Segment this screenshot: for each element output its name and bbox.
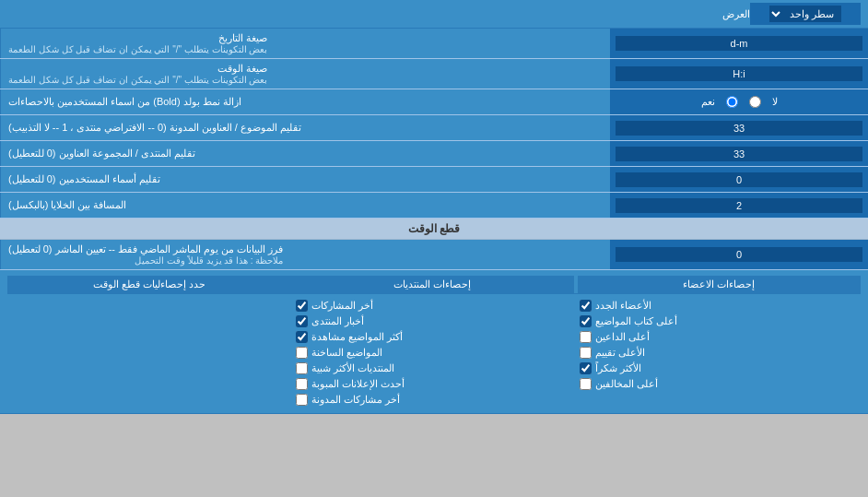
top-rated-checkbox[interactable] bbox=[580, 347, 592, 359]
cutoff-input-cell[interactable] bbox=[610, 240, 868, 269]
last-posts-label: أخر المشاركات bbox=[311, 300, 373, 312]
time-format-row: صيغة الوقت بعض التكوينات يتطلب "/" التي … bbox=[0, 59, 868, 89]
cell-spacing-input-cell[interactable] bbox=[610, 193, 868, 218]
top-violators-checkbox[interactable] bbox=[580, 378, 592, 390]
topic-titles-input-cell[interactable] bbox=[610, 115, 868, 140]
date-format-input-cell[interactable] bbox=[610, 29, 868, 58]
checkboxes-grid: الأعضاء الجدد أعلى كتاب المواضيع أعلى ال… bbox=[7, 298, 861, 408]
top-inviters-checkbox[interactable] bbox=[580, 331, 592, 343]
checkboxes-section: إحصاءات الاعضاء إحصاءات المنتديات حدد إح… bbox=[0, 270, 868, 414]
cutoff-row: فرز البيانات من يوم الماشر الماضي فقط --… bbox=[0, 240, 868, 270]
forum-titles-label: تقليم المنتدى / المجموعة العناوين (0 للت… bbox=[0, 141, 610, 166]
forum-titles-row: تقليم المنتدى / المجموعة العناوين (0 للت… bbox=[0, 141, 868, 167]
topic-titles-input[interactable] bbox=[616, 121, 862, 136]
hot-topics-label: المواضيع الساخنة bbox=[311, 347, 382, 359]
stats-limit-header: حدد إحصاءليات قطع الوقت bbox=[7, 276, 290, 293]
forum-titles-input[interactable] bbox=[616, 147, 862, 161]
cutoff-input[interactable] bbox=[616, 247, 862, 262]
last-blog-posts-checkbox[interactable] bbox=[296, 394, 308, 406]
top-label: العرض bbox=[7, 8, 750, 20]
checkbox-item: أحدث الإعلانات المبوبة bbox=[296, 376, 573, 392]
display-dropdown[interactable]: سطر واحدسطرينثلاثة أسطر bbox=[769, 6, 841, 22]
topic-titles-label: تقليم الموضوع / العناوين المدونة (0 -- ا… bbox=[0, 115, 610, 140]
time-format-input-cell[interactable] bbox=[610, 59, 868, 89]
most-thanks-checkbox[interactable] bbox=[580, 362, 592, 374]
checkbox-item: المواضيع الساخنة bbox=[296, 345, 573, 361]
checkbox-item: الأكثر شكراً bbox=[580, 361, 857, 376]
time-format-input[interactable] bbox=[616, 66, 862, 81]
bold-no-label: لا bbox=[772, 96, 778, 108]
usernames-input[interactable] bbox=[616, 172, 862, 187]
checkbox-item: أكثر المواضيع مشاهدة bbox=[296, 329, 573, 345]
stats-limit-column bbox=[7, 298, 292, 408]
bold-no-radio[interactable] bbox=[749, 96, 761, 108]
top-topic-writers-label: أعلى كتاب المواضيع bbox=[595, 315, 677, 327]
usernames-row: تقليم أسماء المستخدمين (0 للتعطيل) bbox=[0, 167, 868, 193]
top-rated-label: الأعلى تقييم bbox=[595, 347, 645, 359]
checkbox-item: أخر المشاركات bbox=[296, 298, 573, 314]
usernames-input-cell[interactable] bbox=[610, 167, 868, 192]
forum-stats-column: أخر المشاركات أخبار المنتدى أكثر المواضي… bbox=[292, 298, 577, 408]
col2-header: إحصاءات الاعضاء bbox=[578, 276, 861, 293]
cutoff-label: فرز البيانات من يوم الماشر الماضي فقط --… bbox=[0, 240, 610, 269]
cell-spacing-input[interactable] bbox=[616, 198, 862, 213]
forum-news-checkbox[interactable] bbox=[296, 315, 308, 327]
last-posts-checkbox[interactable] bbox=[296, 300, 308, 312]
forum-news-label: أخبار المنتدى bbox=[311, 315, 364, 327]
topic-titles-row: تقليم الموضوع / العناوين المدونة (0 -- ا… bbox=[0, 115, 868, 141]
hot-topics-checkbox[interactable] bbox=[296, 347, 308, 359]
cutoff-section-header: قطع الوقت bbox=[0, 219, 868, 240]
checkbox-item: الأعضاء الجدد bbox=[580, 298, 857, 314]
top-violators-label: أعلى المخالفين bbox=[595, 378, 658, 390]
most-similar-forums-label: المنتديات الأكثر شبية bbox=[311, 362, 394, 374]
top-topic-writers-checkbox[interactable] bbox=[580, 315, 592, 327]
bold-remove-row: لا نعم ازالة نمط بولد (Bold) من اسماء ال… bbox=[0, 89, 868, 115]
cell-spacing-row: المسافة بين الخلايا (بالبكسل) bbox=[0, 193, 868, 219]
bold-remove-radio-cell: لا نعم bbox=[610, 89, 868, 114]
latest-classifieds-label: أحدث الإعلانات المبوبة bbox=[311, 378, 405, 390]
most-thanks-label: الأكثر شكراً bbox=[595, 362, 641, 374]
checkbox-item: أعلى كتاب المواضيع bbox=[580, 314, 857, 329]
checkbox-item: الأعلى تقييم bbox=[580, 345, 857, 361]
cell-spacing-label: المسافة بين الخلايا (بالبكسل) bbox=[0, 193, 610, 218]
date-format-input[interactable] bbox=[616, 36, 862, 51]
forum-titles-input-cell[interactable] bbox=[610, 141, 868, 166]
members-stats-column: الأعضاء الجدد أعلى كتاب المواضيع أعلى ال… bbox=[576, 298, 861, 408]
col1-header: إحصاءات المنتديات bbox=[290, 276, 573, 293]
top-row: سطر واحدسطرينثلاثة أسطر العرض bbox=[0, 0, 868, 29]
checkbox-item: أخر مشاركات المدونة bbox=[296, 392, 573, 408]
top-inviters-label: أعلى الداعين bbox=[595, 331, 650, 343]
bold-yes-label: نعم bbox=[701, 96, 715, 108]
checkbox-item: أخبار المنتدى bbox=[296, 314, 573, 329]
main-container: سطر واحدسطرينثلاثة أسطر العرض صيغة التار… bbox=[0, 0, 868, 414]
checkbox-item: أعلى الداعين bbox=[580, 329, 857, 345]
display-dropdown-cell[interactable]: سطر واحدسطرينثلاثة أسطر bbox=[750, 3, 861, 25]
time-format-label: صيغة الوقت بعض التكوينات يتطلب "/" التي … bbox=[0, 59, 610, 89]
usernames-label: تقليم أسماء المستخدمين (0 للتعطيل) bbox=[0, 167, 610, 192]
latest-classifieds-checkbox[interactable] bbox=[296, 378, 308, 390]
bold-remove-label: ازالة نمط بولد (Bold) من اسماء المستخدمي… bbox=[0, 89, 610, 114]
date-format-label: صيغة التاريخ بعض التكوينات يتطلب "/" الت… bbox=[0, 29, 610, 58]
bold-yes-radio[interactable] bbox=[726, 96, 738, 108]
last-blog-posts-label: أخر مشاركات المدونة bbox=[311, 394, 400, 406]
date-format-row: صيغة التاريخ بعض التكوينات يتطلب "/" الت… bbox=[0, 29, 868, 59]
most-viewed-label: أكثر المواضيع مشاهدة bbox=[311, 331, 403, 343]
members-new-label: الأعضاء الجدد bbox=[595, 300, 651, 312]
most-viewed-checkbox[interactable] bbox=[296, 331, 308, 343]
checkbox-item: المنتديات الأكثر شبية bbox=[296, 361, 573, 376]
checkbox-item: أعلى المخالفين bbox=[580, 376, 857, 392]
most-similar-forums-checkbox[interactable] bbox=[296, 362, 308, 374]
members-new-checkbox[interactable] bbox=[580, 300, 592, 312]
